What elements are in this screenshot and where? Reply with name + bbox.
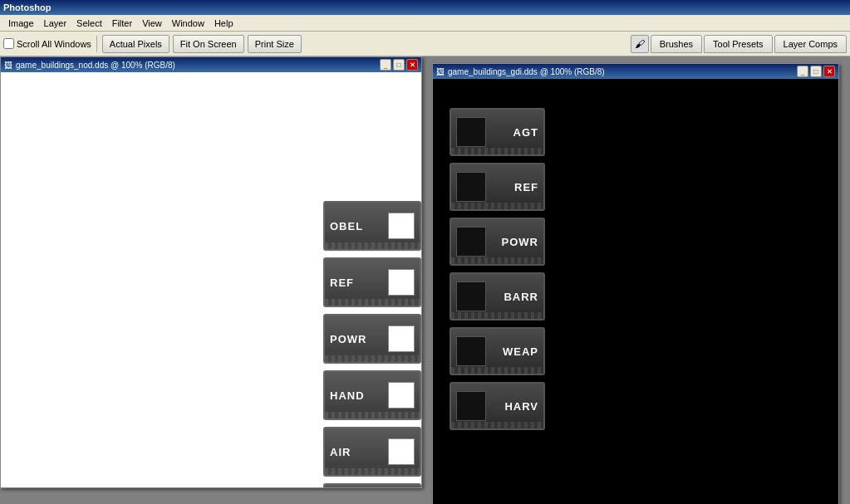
- gdi-title: game_buildings_gdi.dds @ 100% (RGB/8): [448, 67, 795, 76]
- gdi-close-button[interactable]: ✕: [823, 66, 835, 77]
- gdi-building-barr[interactable]: BARR: [450, 272, 545, 321]
- gdi-agt-thumb: [456, 117, 486, 147]
- nod-powr-thumb: [388, 325, 415, 352]
- nod-title: game_buildings_nod.dds @ 100% (RGB/8): [16, 61, 378, 70]
- toolbar: Scroll All Windows Actual Pixels Fit On …: [0, 32, 850, 56]
- menu-window[interactable]: Window: [167, 17, 209, 30]
- gdi-building-ref[interactable]: REF: [450, 163, 545, 211]
- gdi-harv-thumb: [456, 391, 486, 421]
- toolbar-sep-1: [96, 36, 97, 52]
- scroll-all-windows-text: Scroll All Windows: [17, 39, 91, 49]
- brushes-tab[interactable]: Brushes: [651, 35, 702, 53]
- gdi-titlebar: 🖼 game_buildings_gdi.dds @ 100% (RGB/8) …: [433, 64, 838, 79]
- nod-titlebar: 🖼 game_buildings_nod.dds @ 100% (RGB/8) …: [1, 57, 421, 72]
- workspace: 🖼 game_buildings_nod.dds @ 100% (RGB/8) …: [0, 56, 850, 504]
- nod-window: 🖼 game_buildings_nod.dds @ 100% (RGB/8) …: [0, 56, 422, 488]
- nod-hand-thumb: [388, 382, 415, 409]
- fit-on-screen-button[interactable]: Fit On Screen: [173, 35, 244, 53]
- nod-building-powr[interactable]: POWR: [323, 314, 421, 364]
- nod-building-harv[interactable]: HARV: [323, 483, 421, 487]
- gdi-building-weap[interactable]: WEAP: [450, 327, 545, 375]
- actual-pixels-button[interactable]: Actual Pixels: [102, 35, 170, 53]
- nod-building-ref[interactable]: REF: [323, 257, 421, 307]
- app-title: Photoshop: [3, 2, 51, 12]
- menu-layer[interactable]: Layer: [39, 17, 72, 30]
- gdi-agt-label: AGT: [513, 126, 538, 139]
- gdi-canvas: AGT REF POWR BARR: [433, 79, 838, 504]
- nod-canvas: OBEL REF POWR HAND: [1, 72, 421, 487]
- gdi-minimize-button[interactable]: _: [797, 66, 808, 77]
- gdi-harv-label: HARV: [504, 400, 538, 413]
- nod-obel-label: OBEL: [330, 220, 363, 232]
- nod-ref-thumb: [388, 269, 415, 296]
- nod-hand-label: HAND: [330, 389, 365, 402]
- nod-building-hand[interactable]: HAND: [323, 370, 421, 420]
- nod-icon: 🖼: [4, 61, 12, 70]
- nod-minimize-button[interactable]: _: [380, 59, 391, 71]
- menu-image[interactable]: Image: [3, 17, 39, 30]
- tool-presets-tab[interactable]: Tool Presets: [704, 35, 773, 53]
- gdi-powr-thumb: [456, 227, 486, 257]
- nod-ref-label: REF: [330, 276, 354, 289]
- menu-help[interactable]: Help: [209, 17, 238, 30]
- layer-comps-tab[interactable]: Layer Comps: [774, 35, 847, 53]
- gdi-ref-label: REF: [514, 181, 538, 193]
- gdi-maximize-button[interactable]: □: [810, 66, 822, 77]
- gdi-building-harv[interactable]: HARV: [450, 382, 545, 430]
- gdi-building-agt[interactable]: AGT: [450, 108, 545, 156]
- gdi-icon: 🖼: [436, 67, 445, 76]
- gdi-ref-thumb: [456, 172, 486, 202]
- menu-select[interactable]: Select: [71, 17, 107, 30]
- menu-filter[interactable]: Filter: [107, 17, 137, 30]
- scroll-all-windows-checkbox[interactable]: [3, 38, 14, 49]
- nod-air-thumb: [388, 438, 415, 465]
- gdi-window: 🖼 game_buildings_gdi.dds @ 100% (RGB/8) …: [432, 63, 839, 504]
- menu-view[interactable]: View: [137, 17, 167, 30]
- toolbar-right: 🖌 Brushes Tool Presets Layer Comps: [631, 35, 847, 53]
- gdi-weap-thumb: [456, 336, 486, 366]
- gdi-sprites: AGT REF POWR BARR: [433, 79, 545, 437]
- gdi-building-powr[interactable]: POWR: [450, 218, 545, 266]
- gdi-powr-label: POWR: [502, 236, 538, 248]
- gdi-weap-label: WEAP: [503, 345, 538, 358]
- brush-icon: 🖌: [631, 35, 649, 53]
- gdi-barr-thumb: [456, 281, 486, 311]
- nod-sprites: OBEL REF POWR HAND: [323, 72, 421, 487]
- gdi-barr-label: BARR: [504, 291, 538, 303]
- scroll-all-windows-label[interactable]: Scroll All Windows: [3, 38, 91, 49]
- print-size-button[interactable]: Print Size: [248, 35, 302, 53]
- nod-maximize-button[interactable]: □: [393, 59, 405, 71]
- nod-close-button[interactable]: ✕: [406, 59, 418, 71]
- menubar: Image Layer Select Filter View Window He…: [0, 15, 850, 32]
- nod-building-obel[interactable]: OBEL: [323, 201, 421, 251]
- app-titlebar: Photoshop: [0, 0, 850, 15]
- nod-building-air[interactable]: AIR: [323, 427, 421, 477]
- nod-air-label: AIR: [330, 446, 351, 458]
- nod-obel-thumb: [388, 213, 415, 239]
- nod-powr-label: POWR: [330, 333, 366, 345]
